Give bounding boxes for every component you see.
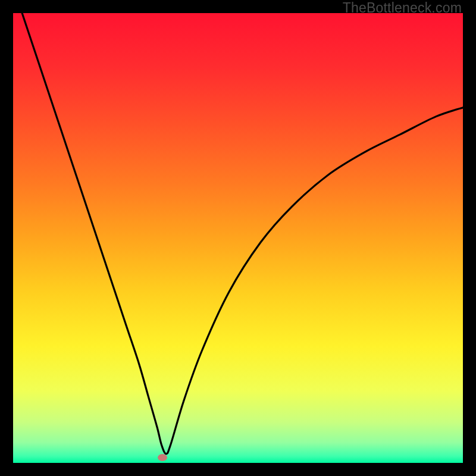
bottleneck-chart [13,13,463,463]
optimal-point-marker [158,454,167,461]
watermark-text: TheBottleneck.com [343,0,462,16]
chart-frame [13,13,463,463]
gradient-background [13,13,463,463]
